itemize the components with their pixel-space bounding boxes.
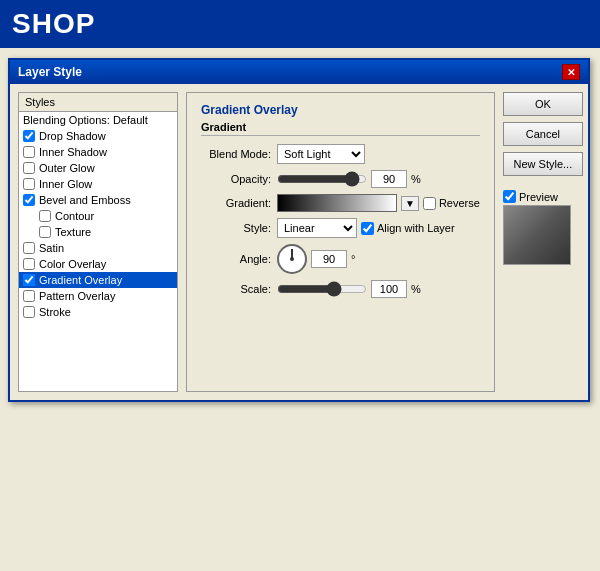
sidebar-label-color-overlay: Color Overlay bbox=[39, 258, 106, 270]
content-area: Gradient Overlay Gradient Blend Mode: No… bbox=[186, 92, 495, 392]
sidebar-item-blending-options[interactable]: Blending Options: Default bbox=[19, 112, 177, 128]
angle-container: ° bbox=[277, 244, 355, 274]
reverse-checkbox[interactable] bbox=[423, 197, 436, 210]
new-style-button[interactable]: New Style... bbox=[503, 152, 583, 176]
sub-section-header: Gradient bbox=[201, 121, 480, 136]
sidebar-item-stroke[interactable]: Stroke bbox=[19, 304, 177, 320]
sidebar-item-inner-shadow[interactable]: Inner Shadow bbox=[19, 144, 177, 160]
section-header: Gradient Overlay bbox=[201, 103, 480, 117]
sidebar-label-pattern-overlay: Pattern Overlay bbox=[39, 290, 115, 302]
sidebar-label-contour: Contour bbox=[55, 210, 94, 222]
layer-style-dialog: Layer Style ✕ Styles Blending Options: D… bbox=[8, 58, 590, 402]
sidebar-label-blending-options: Blending Options: Default bbox=[23, 114, 148, 126]
dialog-close-button[interactable]: ✕ bbox=[562, 64, 580, 80]
checkbox-contour[interactable] bbox=[39, 210, 51, 222]
left-panel-title: Styles bbox=[19, 93, 177, 112]
checkbox-satin[interactable] bbox=[23, 242, 35, 254]
opacity-slider[interactable] bbox=[277, 173, 367, 185]
blend-mode-label: Blend Mode: bbox=[201, 148, 271, 160]
app-title: SHOP bbox=[0, 0, 600, 48]
style-select[interactable]: LinearRadialAngleReflectedDiamond bbox=[277, 218, 357, 238]
sidebar-label-texture: Texture bbox=[55, 226, 91, 238]
sidebar-item-gradient-overlay[interactable]: Gradient Overlay bbox=[19, 272, 177, 288]
dialog-body: Styles Blending Options: DefaultDrop Sha… bbox=[10, 84, 588, 400]
scale-row: Scale: % bbox=[201, 280, 480, 298]
style-label: Style: bbox=[201, 222, 271, 234]
opacity-control: 90 % bbox=[277, 170, 480, 188]
buttons-column: OK Cancel New Style... Preview bbox=[503, 92, 583, 392]
scale-input[interactable] bbox=[371, 280, 407, 298]
scale-unit: % bbox=[411, 283, 421, 295]
gradient-label: Gradient: bbox=[201, 197, 271, 209]
angle-input[interactable] bbox=[311, 250, 347, 268]
reverse-check-label: Reverse bbox=[423, 197, 480, 210]
align-label: Align with Layer bbox=[377, 222, 455, 234]
checkbox-texture[interactable] bbox=[39, 226, 51, 238]
sidebar-item-drop-shadow[interactable]: Drop Shadow bbox=[19, 128, 177, 144]
sidebar-item-satin[interactable]: Satin bbox=[19, 240, 177, 256]
preview-text: Preview bbox=[519, 191, 558, 203]
reverse-label: Reverse bbox=[439, 197, 480, 209]
angle-unit: ° bbox=[351, 253, 355, 265]
checkbox-stroke[interactable] bbox=[23, 306, 35, 318]
preview-box bbox=[503, 205, 571, 265]
gradient-control: ▼ Reverse bbox=[277, 194, 480, 212]
scale-label: Scale: bbox=[201, 283, 271, 295]
sidebar-label-stroke: Stroke bbox=[39, 306, 71, 318]
angle-control: ° bbox=[277, 244, 480, 274]
sidebar-label-outer-glow: Outer Glow bbox=[39, 162, 95, 174]
gradient-dropdown-arrow[interactable]: ▼ bbox=[401, 196, 419, 211]
checkbox-drop-shadow[interactable] bbox=[23, 130, 35, 142]
angle-label: Angle: bbox=[201, 253, 271, 265]
blend-mode-select[interactable]: NormalDissolveMultiplyScreenOverlaySoft … bbox=[277, 144, 365, 164]
sidebar-label-gradient-overlay: Gradient Overlay bbox=[39, 274, 122, 286]
checkbox-bevel-emboss[interactable] bbox=[23, 194, 35, 206]
sidebar-label-drop-shadow: Drop Shadow bbox=[39, 130, 106, 142]
ok-button[interactable]: OK bbox=[503, 92, 583, 116]
sidebar-label-satin: Satin bbox=[39, 242, 64, 254]
opacity-input[interactable]: 90 bbox=[371, 170, 407, 188]
checkbox-pattern-overlay[interactable] bbox=[23, 290, 35, 302]
checkbox-inner-shadow[interactable] bbox=[23, 146, 35, 158]
sidebar-label-inner-glow: Inner Glow bbox=[39, 178, 92, 190]
align-check-label: Align with Layer bbox=[361, 222, 455, 235]
sidebar-item-contour[interactable]: Contour bbox=[19, 208, 177, 224]
scale-control: % bbox=[277, 280, 480, 298]
sidebar-item-bevel-emboss[interactable]: Bevel and Emboss bbox=[19, 192, 177, 208]
opacity-label: Opacity: bbox=[201, 173, 271, 185]
dial-hand bbox=[291, 249, 293, 259]
dialog-title: Layer Style bbox=[18, 65, 82, 79]
sidebar-item-outer-glow[interactable]: Outer Glow bbox=[19, 160, 177, 176]
angle-dial[interactable] bbox=[277, 244, 307, 274]
sidebar-label-bevel-emboss: Bevel and Emboss bbox=[39, 194, 131, 206]
checkbox-gradient-overlay[interactable] bbox=[23, 274, 35, 286]
opacity-row: Opacity: 90 % bbox=[201, 170, 480, 188]
checkbox-color-overlay[interactable] bbox=[23, 258, 35, 270]
opacity-unit: % bbox=[411, 173, 421, 185]
sidebar-item-pattern-overlay[interactable]: Pattern Overlay bbox=[19, 288, 177, 304]
checkbox-outer-glow[interactable] bbox=[23, 162, 35, 174]
blend-mode-control: NormalDissolveMultiplyScreenOverlaySoft … bbox=[277, 144, 480, 164]
sidebar-item-inner-glow[interactable]: Inner Glow bbox=[19, 176, 177, 192]
sidebar-item-color-overlay[interactable]: Color Overlay bbox=[19, 256, 177, 272]
style-control: LinearRadialAngleReflectedDiamond Align … bbox=[277, 218, 480, 238]
angle-row: Angle: ° bbox=[201, 244, 480, 274]
sidebar-item-texture[interactable]: Texture bbox=[19, 224, 177, 240]
style-row: Style: LinearRadialAngleReflectedDiamond… bbox=[201, 218, 480, 238]
align-checkbox[interactable] bbox=[361, 222, 374, 235]
dialog-titlebar: Layer Style ✕ bbox=[10, 60, 588, 84]
gradient-row: Gradient: ▼ Reverse bbox=[201, 194, 480, 212]
cancel-button[interactable]: Cancel bbox=[503, 122, 583, 146]
gradient-bar[interactable] bbox=[277, 194, 397, 212]
left-panel: Styles Blending Options: DefaultDrop Sha… bbox=[18, 92, 178, 392]
sidebar-label-inner-shadow: Inner Shadow bbox=[39, 146, 107, 158]
blend-mode-row: Blend Mode: NormalDissolveMultiplyScreen… bbox=[201, 144, 480, 164]
preview-checkbox[interactable] bbox=[503, 190, 516, 203]
checkbox-inner-glow[interactable] bbox=[23, 178, 35, 190]
preview-area: Preview bbox=[503, 190, 583, 265]
scale-slider[interactable] bbox=[277, 283, 367, 295]
preview-label: Preview bbox=[503, 190, 558, 203]
